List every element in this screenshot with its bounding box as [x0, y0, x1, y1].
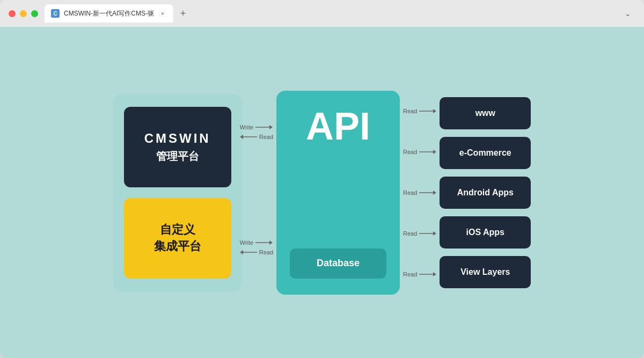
read-arrow-4: Read	[403, 230, 436, 237]
diagram-container: CMSWIN 管理平台 自定义 集成平台 Write	[80, 91, 564, 295]
tab-expand-icon[interactable]: ⌄	[620, 6, 635, 21]
svg-marker-1	[269, 125, 273, 129]
browser-tab[interactable]: C CMSWIN-新一代AI写作CMS-驱 ×	[45, 4, 173, 23]
output-box-viewlayers: View Layers	[440, 256, 531, 288]
output-box-android: Android Apps	[440, 177, 531, 209]
api-label: API	[306, 107, 370, 145]
svg-marker-5	[269, 240, 273, 245]
write-arrow-top: Write	[240, 124, 273, 130]
read-arrow-3: Read	[403, 189, 436, 196]
read-arrow-top: Read	[240, 134, 273, 140]
output-box-ecommerce: e-Commerce	[440, 137, 531, 169]
left-top-arrow-group: Write Read	[240, 124, 273, 140]
arrow-right-icon6	[419, 230, 436, 237]
database-box: Database	[290, 249, 386, 279]
tab-favicon: C	[51, 9, 60, 18]
svg-marker-11	[433, 150, 436, 154]
arrow-right-icon3	[419, 108, 436, 114]
arrow-right-icon7	[419, 271, 436, 277]
arrow-right-icon4	[419, 149, 436, 155]
output-box-ios: iOS Apps	[440, 216, 531, 249]
database-label: Database	[317, 258, 360, 269]
left-arrows-top: Write Read	[240, 91, 273, 295]
write-arrow-bottom: Write	[240, 239, 273, 246]
right-arrows: Read Read Read	[403, 91, 436, 295]
cmswin-subtitle: 管理平台	[156, 149, 199, 164]
cmswin-title: CMSWIN	[144, 130, 211, 147]
new-tab-button[interactable]: +	[175, 6, 191, 21]
output-box-www: www	[440, 97, 531, 129]
read-arrow-5: Read	[403, 271, 436, 277]
read-arrow-bottom: Read	[240, 249, 273, 255]
browser-titlebar: C CMSWIN-新一代AI写作CMS-驱 × + ⌄	[0, 0, 644, 27]
close-button[interactable]	[9, 10, 16, 17]
tab-title: CMSWIN-新一代AI写作CMS-驱	[64, 9, 154, 18]
svg-marker-3	[240, 135, 243, 139]
svg-marker-15	[433, 231, 436, 236]
arrow-right-icon2	[255, 239, 273, 246]
svg-marker-7	[240, 250, 243, 254]
api-box: API Database	[276, 91, 400, 295]
traffic-lights	[9, 10, 38, 17]
page-content: CMSWIN 管理平台 自定义 集成平台 Write	[0, 27, 644, 358]
arrow-left-icon2	[240, 249, 257, 255]
custom-box: 自定义 集成平台	[124, 198, 231, 279]
cmswin-box: CMSWIN 管理平台	[124, 107, 231, 187]
arrow-right-icon5	[419, 189, 436, 196]
tab-bar: C CMSWIN-新一代AI写作CMS-驱 × + ⌄	[45, 4, 635, 23]
svg-marker-13	[433, 191, 436, 195]
right-section: www e-Commerce Android Apps iOS Apps Vie…	[440, 97, 531, 288]
left-section: CMSWIN 管理平台 自定义 集成平台	[113, 94, 242, 291]
custom-title: 自定义 集成平台	[154, 222, 201, 255]
arrow-left-icon	[240, 134, 257, 140]
browser-window: C CMSWIN-新一代AI写作CMS-驱 × + ⌄ CMSWIN 管理平台 …	[0, 0, 644, 358]
tab-close-icon[interactable]: ×	[158, 9, 167, 18]
read-arrow-1: Read	[403, 108, 436, 114]
arrow-right-icon	[255, 124, 273, 130]
left-bottom-arrow-group: Write Read	[240, 239, 273, 255]
minimize-button[interactable]	[20, 10, 27, 17]
svg-marker-17	[433, 272, 436, 276]
read-arrow-2: Read	[403, 149, 436, 155]
svg-marker-9	[433, 109, 436, 113]
maximize-button[interactable]	[31, 10, 38, 17]
